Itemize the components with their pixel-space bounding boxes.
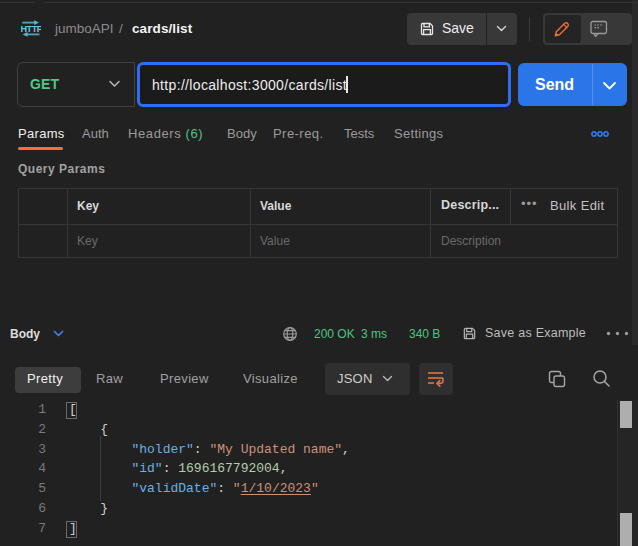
svg-text:HTTP: HTTP bbox=[21, 24, 41, 34]
